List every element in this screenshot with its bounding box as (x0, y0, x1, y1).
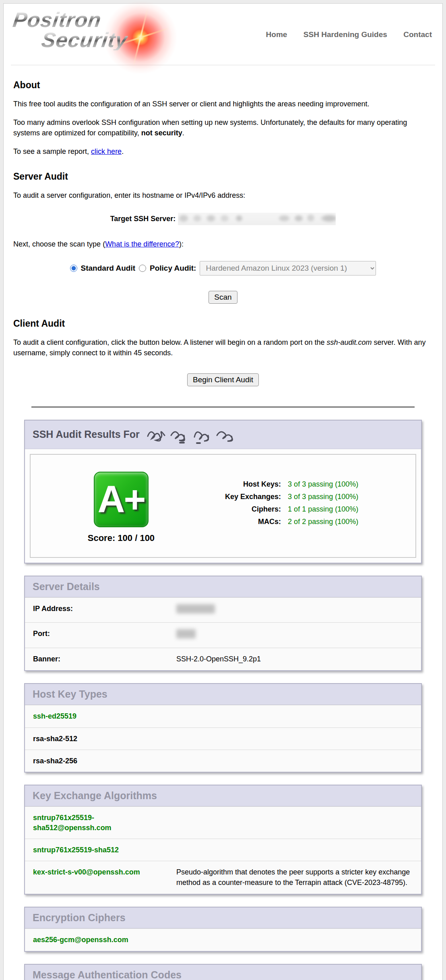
standard-audit-radio[interactable] (70, 265, 77, 272)
target-ssh-server-input[interactable] (178, 213, 336, 225)
results-stats: Host Keys: 3 of 3 passing (100%) Key Exc… (180, 472, 358, 528)
about-paragraph-2: Too many admins overlook SSH configurati… (13, 117, 433, 138)
table-row: aes256-gcm@openssh.com (25, 928, 421, 951)
redacted-hostname (145, 427, 240, 444)
about-paragraph-1: This free tool audits the configuration … (13, 99, 433, 109)
table-row: Banner: SSH-2.0-OpenSSH_9.2p1 (25, 648, 421, 671)
nav-ssh-hardening-guides[interactable]: SSH Hardening Guides (304, 30, 387, 39)
main-content-card: Positron Security Home SSH Hardening Gui… (3, 3, 443, 980)
nav-contact[interactable]: Contact (403, 30, 432, 39)
nav-home[interactable]: Home (266, 30, 287, 39)
table-row: sntrup761x25519-sha512 (25, 839, 421, 861)
about-heading: About (13, 80, 433, 91)
policy-audit-label[interactable]: Policy Audit: (150, 264, 196, 273)
logo-word-security: Security (40, 30, 129, 50)
encryption-ciphers-panel: Encryption Ciphers aes256-gcm@openssh.co… (24, 907, 422, 951)
scan-type-difference-link[interactable]: What is the difference? (105, 240, 179, 248)
port-label: Port: (33, 629, 176, 638)
macs-panel: Message Authentication Codes hmac-sha2-5… (24, 964, 422, 980)
host-key-algorithm: ssh-ed25519 (33, 711, 176, 721)
about-paragraph-3: To see a sample report, click here. (13, 146, 433, 157)
key-exchange-header: Key Exchange Algorithms (25, 785, 421, 806)
key-exchange-panel: Key Exchange Algorithms sntrup761x25519-… (24, 785, 422, 895)
ip-address-label: IP Address: (33, 604, 176, 613)
table-row: rsa-sha2-256 (25, 750, 421, 772)
results-panel-header: SSH Audit Results For (25, 421, 421, 449)
host-key-algorithm: rsa-sha2-256 (33, 756, 176, 766)
logo-word-positron: Positron (12, 10, 103, 30)
grade-letter: A+ (98, 478, 145, 521)
site-header: Positron Security Home SSH Hardening Gui… (11, 4, 435, 65)
stat-host-keys: Host Keys: 3 of 3 passing (100%) (180, 478, 358, 491)
table-row: ssh-ed25519 (25, 705, 421, 727)
grade-badge: A+ (94, 472, 149, 527)
redacted-input-value (178, 213, 336, 225)
results-panel-title: SSH Audit Results For (33, 429, 140, 440)
standard-audit-label[interactable]: Standard Audit (81, 264, 135, 273)
client-audit-heading: Client Audit (13, 318, 433, 329)
results-summary-box: A+ Score: 100 / 100 Host Keys: 3 of 3 pa… (30, 454, 416, 558)
server-details-header: Server Details (25, 576, 421, 597)
server-details-panel: Server Details IP Address: Port: Banner:… (24, 576, 422, 671)
not-security-emphasis: not security (141, 129, 182, 137)
positron-security-logo[interactable]: Positron Security (12, 10, 181, 59)
stat-ciphers: Ciphers: 1 of 1 passing (100%) (180, 503, 358, 516)
stat-key-exchanges: Key Exchanges: 3 of 3 passing (100%) (180, 491, 358, 503)
table-row: Port: (25, 622, 421, 648)
ssh-audit-results-panel: SSH Audit Results For A+ (24, 420, 422, 564)
score-label: Score: 100 / 100 (88, 533, 155, 543)
stat-macs: MACs: 2 of 2 passing (100%) (180, 516, 358, 528)
scan-button[interactable]: Scan (209, 291, 237, 304)
main-nav: Home SSH Hardening Guides Contact (252, 30, 434, 39)
kex-algorithm: sntrup761x25519-sha512@openssh.com (33, 813, 176, 833)
sample-report-link[interactable]: click here (91, 147, 122, 155)
host-key-types-header: Host Key Types (25, 684, 421, 705)
table-row: sntrup761x25519-sha512@openssh.com (25, 806, 421, 839)
redacted-ip-address (176, 604, 215, 613)
table-row: kex-strict-s-v00@openssh.com Pseudo-algo… (25, 861, 421, 894)
kex-algorithm: kex-strict-s-v00@openssh.com (33, 867, 176, 877)
host-key-types-panel: Host Key Types ssh-ed25519 rsa-sha2-512 … (24, 683, 422, 773)
policy-audit-radio[interactable] (139, 265, 146, 272)
kex-algorithm: sntrup761x25519-sha512 (33, 845, 176, 855)
begin-client-audit-button[interactable]: Begin Client Audit (187, 373, 259, 386)
scan-type-prompt: Next, choose the scan type (What is the … (13, 239, 433, 249)
target-server-row: Target SSH Server: (13, 213, 433, 225)
server-audit-heading: Server Audit (13, 171, 433, 182)
table-row: rsa-sha2-512 (25, 727, 421, 750)
banner-label: Banner: (33, 654, 176, 664)
target-ssh-server-label: Target SSH Server: (110, 215, 176, 223)
policy-select[interactable]: Hardened Amazon Linux 2023 (version 1) (200, 261, 376, 276)
scan-type-options-row: Standard Audit Policy Audit: Hardened Am… (13, 261, 433, 276)
ssh-audit-domain-italic: ssh-audit.com (326, 338, 372, 346)
table-row: IP Address: (25, 597, 421, 623)
banner-value: SSH-2.0-OpenSSH_9.2p1 (176, 654, 421, 665)
host-key-algorithm: rsa-sha2-512 (33, 734, 176, 744)
client-audit-intro: To audit a client configuration, click t… (13, 337, 433, 358)
macs-header: Message Authentication Codes (25, 965, 421, 980)
redacted-port (176, 629, 196, 638)
kex-note: Pseudo-algorithm that denotes the peer s… (176, 867, 421, 888)
section-divider (31, 406, 415, 408)
encryption-ciphers-header: Encryption Ciphers (25, 907, 421, 928)
cipher-algorithm: aes256-gcm@openssh.com (33, 935, 176, 945)
server-audit-intro: To audit a server configuration, enter i… (13, 190, 433, 201)
